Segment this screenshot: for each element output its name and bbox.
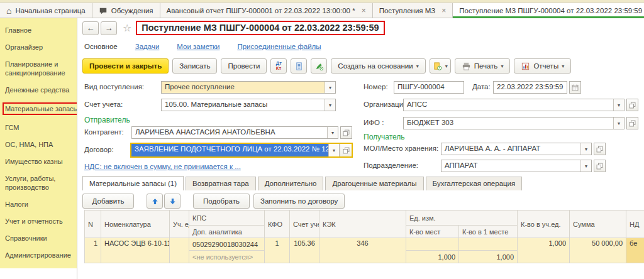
close-icon[interactable]: × [362,6,366,15]
cell-qty-places[interactable]: 1,000 [406,251,459,263]
counterparty-field[interactable]: ЛАРИЧЕВА АНАСТАСИЯ АНАТОЛЬЕВНА▾ [131,126,338,139]
organization-open-button[interactable] [626,99,638,111]
cell-n[interactable]: 1 [85,238,101,263]
edit-schedule-button[interactable] [311,58,327,74]
tab-precious-materials[interactable]: Драгоценные материалы [325,177,423,190]
create-based-icon-button[interactable]: ▾ [430,58,451,74]
navlink-tasks[interactable]: Задачи [135,43,160,50]
cell-kek[interactable]: 346 [319,238,406,263]
chevron-down-icon[interactable]: ▾ [325,99,335,111]
tab-materials[interactable]: Материальные запасы (1) [82,176,184,190]
cell-unit-blank1[interactable] [406,238,459,251]
sidebar-item-administration[interactable]: Администрирование [5,251,75,260]
chevron-down-icon[interactable]: ▾ [328,144,339,156]
navlink-attached-files[interactable]: Присоединенные файлы [237,43,321,50]
sidebar-item-main[interactable]: Главное [5,26,75,35]
sidebar-item-planning[interactable]: Планирование и санкционирование [5,60,75,77]
ifo-field[interactable]: БЮДЖЕТ 303▾ [403,117,625,129]
save-button[interactable]: Записать [172,58,217,74]
col-qty-places[interactable]: К-во мест [406,226,459,238]
move-up-button[interactable] [147,194,163,209]
cell-qty-acc[interactable]: 1,000 [518,238,570,263]
sidebar-item-fixed-assets[interactable]: ОС, НМА, НПА [5,140,75,149]
contract-open-button[interactable] [340,144,352,156]
print-button[interactable]: Печать▾ [455,58,511,74]
col-kfo[interactable]: КФО [265,211,290,238]
ifo-open-button[interactable] [626,117,638,129]
journal-button[interactable] [291,58,307,74]
calendar-button[interactable] [569,81,581,94]
close-icon[interactable]: × [441,6,446,15]
sidebar-item-catalogs[interactable]: Справочники [5,234,75,243]
navlink-main[interactable]: Основное [84,43,118,50]
col-qty-per-place[interactable]: К-во в 1 месте [459,226,518,238]
create-based-on-button[interactable]: Создать на основании▾ [331,58,425,74]
tab-receipts-list[interactable]: Поступления МЗ × [373,3,453,18]
col-dop-analitika[interactable]: Доп. аналитика [189,226,265,238]
col-kek[interactable]: КЭК [319,211,406,238]
col-sum[interactable]: Сумма [570,211,626,238]
chevron-down-icon[interactable]: ▾ [580,160,591,172]
reports-button[interactable]: Отчеты▾ [514,58,571,74]
sidebar-item-treasury[interactable]: Имущество казны [5,157,75,166]
cell-kfo[interactable]: 1 [265,238,290,263]
col-uch-ed[interactable]: Уч. ед. [170,211,189,238]
col-vat[interactable]: НД [626,211,644,238]
cell-nomenclature[interactable]: НАСОС ЭЦВ 6-10-110 [101,238,170,263]
chevron-down-icon[interactable]: ▾ [580,143,591,155]
subdivision-field[interactable]: АППАРАТ▾ [441,160,592,172]
sidebar-item-organizer[interactable]: Органайзер [5,43,75,52]
forward-button[interactable]: → [101,21,117,35]
date-field[interactable]: 22.03.2022 23:59:59 [493,81,567,94]
receipt-type-field[interactable]: Прочее поступление▾ [161,81,336,94]
col-qty-acc[interactable]: К-во в уч.ед. [518,211,570,238]
vat-settings-link[interactable]: НДС: не включен в сумму, не принимается … [84,163,241,170]
counterparty-open-button[interactable] [340,126,352,139]
tab-receipt-document[interactable]: Поступление МЗ ПШГУ-000004 от 22.03.2022… [453,3,644,18]
sidebar-item-materials[interactable]: Материальные запасы [5,102,75,115]
sidebar-item-accounting[interactable]: Учет и отчетность [5,217,75,226]
account-field[interactable]: 105.00. Материальные запасы▾ [161,99,336,111]
favorite-star-icon[interactable]: ☆ [123,22,131,34]
cell-qty-per-place[interactable]: 1,000 [459,251,518,263]
col-kps[interactable]: КПС [189,211,265,226]
number-field[interactable]: ПШГУ-000004 [394,81,464,94]
tab-additional[interactable]: Дополнительно [258,177,324,190]
cell-vat[interactable]: бе [626,238,644,263]
col-n[interactable]: N [85,211,101,238]
chevron-down-icon[interactable]: ▾ [325,82,335,93]
tab-advance-report[interactable]: Авансовый отчет ПШГУ-000001 от 22.03.202… [160,3,373,18]
cell-unit-blank2[interactable] [459,238,518,251]
navlink-notes[interactable]: Мои заметки [177,43,219,50]
subdivision-open-button[interactable] [594,160,606,172]
cell-account[interactable]: 105.36 [290,238,319,263]
cell-uch-ed[interactable] [170,238,189,263]
add-row-button[interactable]: Добавить [82,194,134,209]
contract-field-focused[interactable]: ЗАЯВЛЕНИЕ ПОДОТЧЕТНОГО ЛИЦА от 22.03.202… [130,143,353,158]
post-and-close-button[interactable]: Провести и закрыть [82,58,169,74]
col-account[interactable]: Счет учета [290,211,319,238]
col-nomenclature[interactable]: Номенклатура [101,211,170,238]
mol-field[interactable]: ЛАРИЧЕВА А. А. - АППАРАТ▾ [441,143,592,155]
sidebar-item-services[interactable]: Услуги, работы, производство [5,174,75,192]
dt-kt-button[interactable]: ДтКт [270,58,287,74]
sidebar-item-fuel[interactable]: ГСМ [5,123,75,132]
chevron-down-icon[interactable]: ▾ [613,99,624,111]
tab-home[interactable]: ⌂ Начальная страница [0,3,92,18]
cell-kps[interactable]: 05029290018030244 [189,238,265,251]
chevron-down-icon[interactable]: ▾ [613,118,624,129]
pick-button[interactable]: Подобрать [193,194,250,209]
tab-discussions[interactable]: Обсуждения [92,3,160,18]
sidebar-item-cash[interactable]: Денежные средства [5,85,75,94]
fill-by-contract-button[interactable]: Заполнить по договору [253,194,345,209]
col-unit[interactable]: Ед. изм. [406,211,518,226]
post-button[interactable]: Провести [221,58,267,74]
mol-open-button[interactable] [594,143,606,155]
move-down-button[interactable] [164,194,180,209]
sidebar-item-taxes[interactable]: Налоги [5,200,75,209]
tab-accounting-operation[interactable]: Бухгалтерская операция [426,177,523,190]
tab-returnable-packaging[interactable]: Возвратная тара [186,177,256,190]
cell-dop-analitika[interactable]: <не используется> [189,251,265,263]
back-button[interactable]: ← [82,21,99,35]
organization-field[interactable]: АПСС▾ [403,99,625,111]
